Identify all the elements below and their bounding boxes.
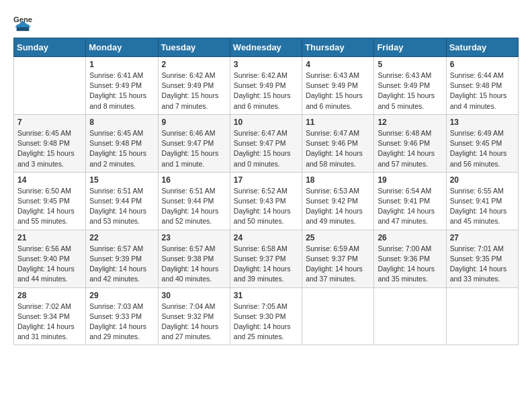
day-number: 4 (306, 60, 370, 69)
calendar-cell: 1Sunrise: 6:41 AMSunset: 9:49 PMDaylight… (86, 57, 158, 115)
calendar-cell: 4Sunrise: 6:43 AMSunset: 9:49 PMDaylight… (302, 57, 374, 115)
calendar-table: SundayMondayTuesdayWednesdayThursdayFrid… (13, 38, 519, 345)
day-info: Sunrise: 6:44 AMSunset: 9:48 PMDaylight:… (450, 71, 515, 111)
day-number: 22 (89, 233, 154, 242)
calendar-cell: 20Sunrise: 6:55 AMSunset: 9:41 PMDayligh… (446, 172, 518, 230)
day-info: Sunrise: 7:00 AMSunset: 9:36 PMDaylight:… (378, 244, 442, 285)
day-number: 18 (306, 175, 370, 185)
day-number: 28 (17, 291, 82, 300)
day-info: Sunrise: 6:50 AMSunset: 9:45 PMDaylight:… (17, 186, 82, 227)
day-number: 25 (306, 233, 370, 242)
calendar-cell: 9Sunrise: 6:46 AMSunset: 9:47 PMDaylight… (158, 114, 230, 172)
day-info: Sunrise: 7:02 AMSunset: 9:34 PMDaylight:… (17, 302, 82, 342)
calendar-cell (302, 287, 374, 345)
day-number: 9 (162, 118, 226, 127)
day-number: 20 (450, 175, 515, 185)
day-info: Sunrise: 6:53 AMSunset: 9:42 PMDaylight:… (306, 186, 370, 227)
day-info: Sunrise: 6:55 AMSunset: 9:41 PMDaylight:… (450, 186, 515, 227)
day-info: Sunrise: 6:59 AMSunset: 9:37 PMDaylight:… (306, 244, 370, 285)
day-info: Sunrise: 6:52 AMSunset: 9:43 PMDaylight:… (234, 186, 298, 227)
calendar-cell (14, 57, 86, 115)
day-number: 7 (17, 118, 82, 127)
header: General (13, 13, 519, 32)
day-info: Sunrise: 7:04 AMSunset: 9:32 PMDaylight:… (162, 302, 226, 342)
day-number: 17 (234, 175, 298, 185)
calendar-week-row: 14Sunrise: 6:50 AMSunset: 9:45 PMDayligh… (14, 172, 519, 230)
calendar-week-row: 21Sunrise: 6:56 AMSunset: 9:40 PMDayligh… (14, 230, 519, 287)
calendar-cell: 15Sunrise: 6:51 AMSunset: 9:44 PMDayligh… (86, 172, 158, 230)
calendar-header-sunday: Sunday (14, 38, 86, 57)
logo-icon: General (13, 13, 32, 32)
day-number: 3 (234, 60, 298, 69)
calendar-body: 1Sunrise: 6:41 AMSunset: 9:49 PMDaylight… (14, 57, 519, 345)
calendar-cell: 3Sunrise: 6:42 AMSunset: 9:49 PMDaylight… (230, 57, 302, 115)
calendar-cell: 10Sunrise: 6:47 AMSunset: 9:47 PMDayligh… (230, 114, 302, 172)
day-info: Sunrise: 6:51 AMSunset: 9:44 PMDaylight:… (89, 186, 154, 227)
day-info: Sunrise: 6:47 AMSunset: 9:46 PMDaylight:… (306, 128, 370, 169)
day-number: 29 (89, 291, 154, 300)
day-number: 5 (378, 60, 442, 69)
day-number: 24 (234, 233, 298, 242)
day-info: Sunrise: 6:45 AMSunset: 9:48 PMDaylight:… (17, 128, 82, 169)
calendar-cell: 18Sunrise: 6:53 AMSunset: 9:42 PMDayligh… (302, 172, 374, 230)
day-info: Sunrise: 7:05 AMSunset: 9:30 PMDaylight:… (234, 302, 298, 342)
day-number: 16 (162, 175, 226, 185)
calendar-cell: 8Sunrise: 6:45 AMSunset: 9:48 PMDaylight… (86, 114, 158, 172)
calendar-header-row: SundayMondayTuesdayWednesdayThursdayFrid… (14, 38, 519, 57)
day-number: 14 (17, 175, 82, 185)
day-number: 10 (234, 118, 298, 127)
calendar-cell: 17Sunrise: 6:52 AMSunset: 9:43 PMDayligh… (230, 172, 302, 230)
day-info: Sunrise: 6:45 AMSunset: 9:48 PMDaylight:… (89, 128, 154, 169)
day-number: 23 (162, 233, 226, 242)
calendar-cell: 29Sunrise: 7:03 AMSunset: 9:33 PMDayligh… (86, 287, 158, 345)
day-info: Sunrise: 6:47 AMSunset: 9:47 PMDaylight:… (234, 128, 298, 169)
calendar-cell (374, 287, 446, 345)
day-info: Sunrise: 6:57 AMSunset: 9:39 PMDaylight:… (89, 244, 154, 285)
day-info: Sunrise: 6:58 AMSunset: 9:37 PMDaylight:… (234, 244, 298, 285)
day-number: 13 (450, 118, 515, 127)
calendar-cell: 2Sunrise: 6:42 AMSunset: 9:49 PMDaylight… (158, 57, 230, 115)
logo: General (13, 13, 35, 32)
calendar-cell: 14Sunrise: 6:50 AMSunset: 9:45 PMDayligh… (14, 172, 86, 230)
calendar-cell: 26Sunrise: 7:00 AMSunset: 9:36 PMDayligh… (374, 230, 446, 287)
day-number: 27 (450, 233, 515, 242)
calendar-cell: 24Sunrise: 6:58 AMSunset: 9:37 PMDayligh… (230, 230, 302, 287)
calendar-cell: 25Sunrise: 6:59 AMSunset: 9:37 PMDayligh… (302, 230, 374, 287)
calendar-cell: 23Sunrise: 6:57 AMSunset: 9:38 PMDayligh… (158, 230, 230, 287)
calendar-cell (446, 287, 518, 345)
calendar-cell: 21Sunrise: 6:56 AMSunset: 9:40 PMDayligh… (14, 230, 86, 287)
calendar-header-thursday: Thursday (302, 38, 374, 57)
day-info: Sunrise: 6:46 AMSunset: 9:47 PMDaylight:… (162, 128, 226, 169)
day-number: 19 (378, 175, 442, 185)
calendar-cell: 27Sunrise: 7:01 AMSunset: 9:35 PMDayligh… (446, 230, 518, 287)
day-number: 11 (306, 118, 370, 127)
calendar-cell: 11Sunrise: 6:47 AMSunset: 9:46 PMDayligh… (302, 114, 374, 172)
day-number: 12 (378, 118, 442, 127)
calendar-cell: 5Sunrise: 6:43 AMSunset: 9:49 PMDaylight… (374, 57, 446, 115)
day-info: Sunrise: 7:03 AMSunset: 9:33 PMDaylight:… (89, 302, 154, 342)
day-info: Sunrise: 6:43 AMSunset: 9:49 PMDaylight:… (378, 71, 442, 111)
day-number: 31 (234, 291, 298, 300)
day-info: Sunrise: 6:51 AMSunset: 9:44 PMDaylight:… (162, 186, 226, 227)
calendar-cell: 16Sunrise: 6:51 AMSunset: 9:44 PMDayligh… (158, 172, 230, 230)
calendar-cell: 19Sunrise: 6:54 AMSunset: 9:41 PMDayligh… (374, 172, 446, 230)
calendar-cell: 13Sunrise: 6:49 AMSunset: 9:45 PMDayligh… (446, 114, 518, 172)
day-number: 2 (162, 60, 226, 69)
calendar-header-monday: Monday (86, 38, 158, 57)
day-info: Sunrise: 6:54 AMSunset: 9:41 PMDaylight:… (378, 186, 442, 227)
day-info: Sunrise: 6:56 AMSunset: 9:40 PMDaylight:… (17, 244, 82, 285)
calendar-header-tuesday: Tuesday (158, 38, 230, 57)
day-number: 1 (89, 60, 154, 69)
calendar-week-row: 1Sunrise: 6:41 AMSunset: 9:49 PMDaylight… (14, 57, 519, 115)
calendar-cell: 6Sunrise: 6:44 AMSunset: 9:48 PMDaylight… (446, 57, 518, 115)
calendar-header-wednesday: Wednesday (230, 38, 302, 57)
day-info: Sunrise: 6:48 AMSunset: 9:46 PMDaylight:… (378, 128, 442, 169)
calendar-cell: 30Sunrise: 7:04 AMSunset: 9:32 PMDayligh… (158, 287, 230, 345)
day-number: 30 (162, 291, 226, 300)
day-info: Sunrise: 6:49 AMSunset: 9:45 PMDaylight:… (450, 128, 515, 169)
calendar-header-friday: Friday (374, 38, 446, 57)
day-number: 15 (89, 175, 154, 185)
day-info: Sunrise: 7:01 AMSunset: 9:35 PMDaylight:… (450, 244, 515, 285)
calendar-cell: 28Sunrise: 7:02 AMSunset: 9:34 PMDayligh… (14, 287, 86, 345)
day-number: 8 (89, 118, 154, 127)
